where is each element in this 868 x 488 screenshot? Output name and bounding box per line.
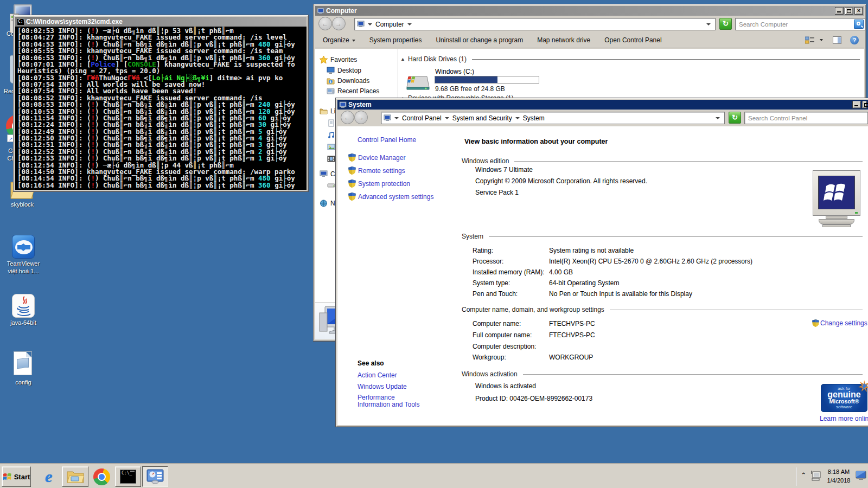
console-text[interactable]: [08:02:53 INFO]: (!) ─æ├ú dß╗ìn dß║¦p 53…	[15, 27, 307, 190]
back-button[interactable]: ←	[318, 17, 332, 30]
start-button[interactable]: Start	[2, 466, 31, 487]
breadcrumb-arrow-icon[interactable]	[394, 117, 399, 119]
group-hard-disk-drives[interactable]: ▲ Hard Disk Drives (1)	[400, 55, 860, 63]
pictures-icon	[327, 143, 335, 151]
tray-date: 1/4/2018	[824, 476, 854, 485]
address-bar[interactable]: Control Panel System and Security System	[381, 112, 725, 124]
group-windows-edition: Windows edition	[462, 157, 863, 165]
performance-info-link[interactable]: Performance Information and Tools	[358, 394, 428, 408]
open-control-panel-button[interactable]: Open Control Panel	[604, 36, 661, 44]
desktop-icon-java[interactable]	[12, 294, 35, 318]
rating-value[interactable]: System rating is not available	[549, 247, 634, 254]
change-settings-link[interactable]: Change settings	[812, 319, 867, 327]
activation-status: Windows is activated	[475, 382, 536, 390]
breadcrumb-computer[interactable]: Computer	[375, 21, 404, 28]
breadcrumb-arrow-icon[interactable]	[368, 23, 372, 25]
windows-copyright: Copyright © 2009 Microsoft Corporation. …	[475, 177, 647, 185]
desktop-icon-config[interactable]	[14, 351, 33, 376]
computer-titlebar[interactable]: Computer ×	[315, 6, 864, 16]
views-icon[interactable]	[805, 36, 815, 44]
sidebar-item-favorites[interactable]: Favorites	[320, 56, 357, 63]
sidebar-item-recent-places[interactable]: Recent Places	[327, 87, 379, 95]
help-icon[interactable]: ?	[850, 36, 859, 44]
sidebar-item-downloads[interactable]: Downloads	[327, 77, 369, 85]
search-placeholder: Search Computer	[736, 21, 788, 28]
teamviewer-icon	[12, 235, 35, 259]
desktop-icon-teamviewer[interactable]	[12, 235, 35, 259]
device-manager-link[interactable]: Device Manager	[348, 153, 405, 162]
processor-value: Intel(R) Xeon(R) CPU E5-2670 0 @ 2.60GHz…	[549, 258, 752, 265]
tray-expand-icon[interactable]: ⌃	[801, 472, 806, 478]
uac-shield-icon	[348, 192, 356, 201]
search-icon[interactable]	[854, 20, 864, 29]
maximize-button[interactable]	[845, 7, 853, 15]
rating-label: Rating:	[473, 247, 493, 254]
uninstall-button[interactable]: Uninstall or change a program	[436, 36, 523, 44]
description-label: Computer description:	[473, 343, 536, 350]
address-bar[interactable]: Computer	[354, 18, 716, 30]
taskbar-button-control-panel[interactable]	[142, 466, 168, 487]
breadcrumb-arrow-icon[interactable]	[407, 23, 412, 25]
service-pack: Service Pack 1	[475, 189, 519, 196]
full-name-value: FTECHVPS-PC	[549, 331, 595, 339]
desktop-label-skyblock[interactable]: skyblock	[4, 201, 40, 208]
system-properties-button[interactable]: System properties	[369, 36, 422, 44]
refresh-button[interactable]: ↻	[729, 112, 741, 124]
views-dropdown-icon[interactable]	[820, 39, 823, 41]
system-address-row: ← → Control Panel System and Security Sy…	[337, 110, 868, 126]
recent-places-icon	[327, 87, 335, 95]
drive-icon	[327, 182, 335, 189]
advanced-system-settings-link[interactable]: Advanced system settings	[348, 192, 433, 201]
address-dropdown-icon[interactable]	[706, 23, 711, 25]
minimize-button[interactable]	[835, 7, 844, 15]
taskbar-button-cmd[interactable]: C:\_	[115, 466, 141, 487]
hard-drive-icon	[405, 72, 431, 92]
preview-pane-icon[interactable]	[833, 36, 841, 44]
uac-shield-icon	[812, 319, 819, 327]
taskbar-icon-chrome[interactable]	[90, 466, 113, 487]
taskbar: Start e C:\_ ⌃	[0, 464, 868, 488]
breadcrumb-arrow-icon[interactable]	[445, 117, 449, 119]
windows-edition-name: Windows 7 Ultimate	[475, 166, 533, 174]
close-button[interactable]: ×	[854, 7, 863, 15]
desktop-label-teamviewer-1[interactable]: TeamViewer	[3, 260, 44, 267]
breadcrumb-system[interactable]: System	[523, 114, 545, 122]
windows-update-link[interactable]: Windows Update	[358, 383, 407, 390]
breadcrumb-arrow-icon[interactable]	[515, 117, 520, 119]
search-box[interactable]: Search Control Panel	[744, 112, 868, 124]
back-button[interactable]: ←	[341, 111, 354, 124]
taskbar-icon-ie[interactable]: e	[38, 466, 60, 487]
refresh-button[interactable]: ↻	[719, 18, 732, 30]
control-panel-home-link[interactable]: Control Panel Home	[358, 136, 416, 144]
desktop-label-teamviewer-2[interactable]: việt hoá 1...	[3, 268, 44, 274]
sidebar-item-desktop[interactable]: Desktop	[327, 67, 361, 74]
address-dropdown-icon[interactable]	[716, 117, 720, 119]
tray-display-icon[interactable]	[856, 471, 866, 480]
pen-touch-label: Pen and Touch:	[473, 290, 518, 298]
drive-item[interactable]: Windows (C:) 9.68 GB free of 24.8 GB	[405, 67, 639, 93]
map-network-drive-button[interactable]: Map network drive	[537, 36, 590, 44]
system-titlebar[interactable]: System	[337, 100, 868, 110]
network-icon[interactable]	[810, 470, 821, 481]
breadcrumb-system-security[interactable]: System and Security	[452, 114, 512, 122]
system-protection-link[interactable]: System protection	[348, 179, 410, 188]
forward-button[interactable]: →	[332, 17, 346, 30]
desktop-label-java[interactable]: java-64bit	[5, 319, 41, 326]
breadcrumb-control-panel[interactable]: Control Panel	[402, 114, 442, 122]
minimize-button[interactable]	[852, 101, 861, 108]
maximize-button[interactable]	[862, 101, 867, 108]
clock[interactable]: 8:18 AM 1/4/2018	[824, 467, 854, 485]
remote-settings-link[interactable]: Remote settings	[348, 166, 405, 175]
system-title: System	[348, 101, 372, 108]
learn-more-link[interactable]: Learn more online.	[820, 415, 868, 422]
address-icon	[384, 114, 391, 121]
forward-button[interactable]: →	[354, 111, 368, 124]
taskbar-button-explorer[interactable]	[62, 466, 88, 487]
organize-menu[interactable]: Organize	[323, 36, 355, 44]
desktop-label-config[interactable]: config	[4, 379, 42, 386]
action-center-link[interactable]: Action Center	[358, 371, 397, 379]
folder-icon	[67, 470, 84, 484]
group-system: System	[462, 233, 863, 240]
search-box[interactable]: Search Computer	[735, 18, 865, 30]
cmd-titlebar[interactable]: C:\ C:\Windows\system32\cmd.exe	[15, 17, 307, 27]
